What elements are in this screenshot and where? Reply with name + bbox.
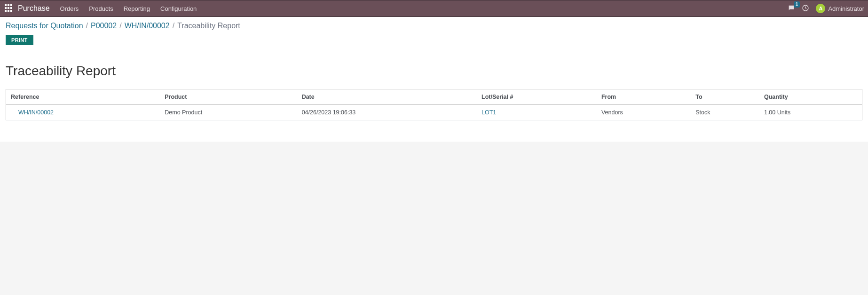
print-button[interactable]: PRINT (6, 35, 33, 45)
traceability-table: Reference Product Date Lot/Serial # From… (6, 89, 862, 120)
app-brand[interactable]: Purchase (18, 4, 50, 13)
report-title: Traceability Report (6, 64, 862, 79)
nav-configuration[interactable]: Configuration (160, 5, 197, 12)
breadcrumb: Requests for Quotation / P00002 / WH/IN/… (6, 22, 862, 30)
cell-to: Stock (691, 105, 759, 120)
topbar: Purchase Orders Products Reporting Confi… (0, 0, 868, 17)
breadcrumb-po[interactable]: P00002 (91, 22, 117, 30)
chat-badge: 1 (794, 1, 800, 8)
cell-product: Demo Product (160, 105, 297, 120)
breadcrumb-rfq[interactable]: Requests for Quotation (6, 22, 83, 30)
activity-clock-icon[interactable] (802, 4, 809, 13)
breadcrumb-current: Traceability Report (177, 22, 240, 30)
col-lot: Lot/Serial # (477, 89, 597, 105)
breadcrumb-sep: / (119, 22, 121, 30)
breadcrumb-picking[interactable]: WH/IN/00002 (125, 22, 170, 30)
nav-reporting[interactable]: Reporting (124, 5, 150, 12)
avatar: A (816, 4, 825, 13)
nav: Orders Products Reporting Configuration (60, 5, 197, 12)
nav-orders[interactable]: Orders (60, 5, 79, 12)
apps-icon[interactable] (5, 4, 13, 13)
username: Administrator (828, 5, 864, 12)
cell-quantity: 1.00 Units (759, 105, 862, 120)
col-date: Date (297, 89, 477, 105)
cell-from: Vendors (597, 105, 691, 120)
col-quantity: Quantity (759, 89, 862, 105)
user-menu[interactable]: A Administrator (816, 4, 864, 13)
control-panel: Requests for Quotation / P00002 / WH/IN/… (0, 17, 868, 52)
nav-products[interactable]: Products (89, 5, 113, 12)
col-product: Product (160, 89, 297, 105)
breadcrumb-sep: / (86, 22, 88, 30)
report-panel: Traceability Report Reference Product Da… (0, 52, 868, 142)
table-row: WH/IN/00002 Demo Product 04/26/2023 19:0… (6, 105, 862, 120)
topbar-right: 1 A Administrator (788, 4, 864, 13)
reference-link[interactable]: WH/IN/00002 (18, 109, 54, 116)
col-to: To (691, 89, 759, 105)
col-reference: Reference (6, 89, 160, 105)
messaging-button[interactable]: 1 (788, 4, 795, 13)
cell-date: 04/26/2023 19:06:33 (297, 105, 477, 120)
page-body: Traceability Report Reference Product Da… (0, 52, 868, 142)
table-header-row: Reference Product Date Lot/Serial # From… (6, 89, 862, 105)
lot-link[interactable]: LOT1 (481, 109, 496, 116)
col-from: From (597, 89, 691, 105)
breadcrumb-sep: / (173, 22, 174, 30)
